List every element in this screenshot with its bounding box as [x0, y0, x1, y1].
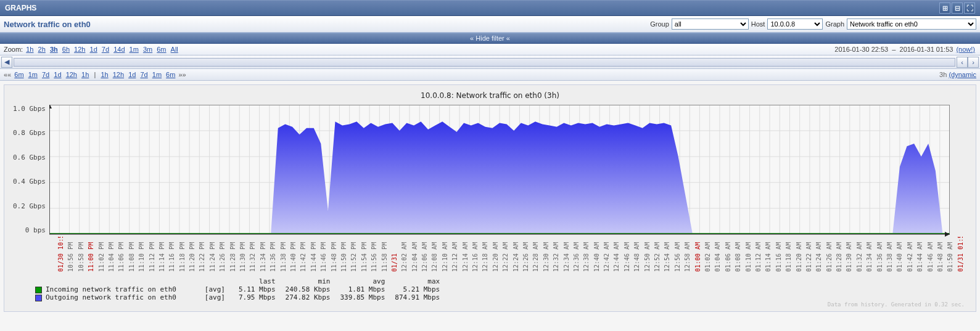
scroll-step-right-button[interactable]: › — [968, 57, 979, 68]
zoom-6m[interactable]: 6m — [157, 46, 166, 53]
time-range: 2016-01-30 22:53 – 2016-01-31 01:53 (now… — [834, 46, 976, 53]
move-right-7d[interactable]: 7d — [140, 71, 147, 78]
x-tick: 01:08 AM — [735, 237, 744, 274]
x-tick: 01:10 AM — [745, 237, 755, 274]
x-tick: 01:36 AM — [876, 237, 886, 274]
x-tick: 01:12 AM — [755, 237, 765, 274]
scroll-step-left-button[interactable]: ‹ — [957, 57, 968, 68]
zoom-3m[interactable]: 3m — [143, 46, 152, 53]
time-now-link[interactable]: (now!) — [956, 46, 975, 53]
window-fullscreen-icon[interactable]: ⛶ — [964, 2, 975, 14]
x-tick: 12:36 AM — [573, 237, 583, 274]
chart-legend: lastminavgmaxIncoming network traffic on… — [13, 277, 967, 301]
move-right-arrows: »» — [178, 71, 186, 78]
scroll-track[interactable] — [14, 58, 955, 67]
zoom-2h[interactable]: 2h — [38, 46, 46, 53]
move-left-7d[interactable]: 7d — [42, 71, 49, 78]
y-tick: 0.8 Gbps — [13, 129, 46, 137]
x-tick: 11:42 PM — [300, 237, 310, 274]
filter-controls: Group all Host 10.0.0.8 Graph Network tr… — [650, 18, 976, 30]
move-right-1d[interactable]: 1d — [128, 71, 136, 78]
x-tick: 01:00 AM — [694, 237, 704, 274]
x-tick: 12:52 AM — [654, 237, 664, 274]
move-left-1d[interactable]: 1d — [54, 71, 61, 78]
scroll-left-button[interactable]: ◀ — [1, 57, 12, 68]
zoom-1d[interactable]: 1d — [90, 46, 97, 53]
x-tick: 01:06 AM — [725, 237, 735, 274]
move-right-12h[interactable]: 12h — [113, 71, 124, 78]
x-tick: 11:02 PM — [98, 237, 108, 274]
x-tick: 01:42 AM — [907, 237, 916, 274]
y-tick: 0.2 Gbps — [13, 202, 46, 210]
zoom-All[interactable]: All — [171, 46, 178, 53]
x-tick: 11:32 PM — [249, 237, 259, 274]
move-left-arrows: «« — [4, 71, 11, 78]
zoom-12h[interactable]: 12h — [74, 46, 85, 53]
x-tick: 12:18 AM — [482, 237, 492, 274]
x-tick: 11:16 PM — [168, 237, 178, 274]
y-tick: 0.4 Gbps — [13, 178, 46, 186]
generation-note: Data from history. Generated in 0.32 sec… — [13, 301, 967, 308]
x-tick: 11:34 PM — [260, 237, 270, 274]
window-add-icon[interactable]: ⊞ — [939, 2, 950, 14]
y-tick: 0 bps — [25, 226, 46, 234]
graph-select[interactable]: Network traffic on eth0 — [847, 18, 976, 30]
x-tick: 12:34 AM — [563, 237, 573, 274]
x-tick: 11:52 PM — [350, 237, 360, 274]
chart-title: 10.0.0.8: Network traffic on eth0 (3h) — [13, 91, 967, 100]
x-tick: 11:18 PM — [179, 237, 189, 274]
x-tick: 01/31 — [391, 237, 401, 274]
x-tick: 11:30 PM — [239, 237, 249, 274]
window-collapse-icon[interactable]: ⊟ — [952, 2, 963, 14]
x-tick: 11:22 PM — [199, 237, 208, 274]
zoom-1h[interactable]: 1h — [26, 46, 33, 53]
move-right-1h[interactable]: 1h — [101, 71, 108, 78]
x-tick: 11:20 PM — [189, 237, 199, 274]
period-value: 3h — [939, 71, 947, 78]
zoom-bar: Zoom: 1h 2h 3h 6h 12h 1d 7d 14d 1m 3m 6m… — [0, 44, 980, 55]
x-tick: 11:54 PM — [361, 237, 371, 274]
x-tick: 12:08 AM — [431, 237, 441, 274]
dynamic-link[interactable]: (dynamic — [949, 71, 976, 78]
move-right-6m[interactable]: 6m — [166, 71, 175, 78]
x-tick: 12:38 AM — [583, 237, 593, 274]
x-tick: 11:46 PM — [320, 237, 330, 274]
x-tick: 12:50 AM — [644, 237, 654, 274]
x-axis: 01/30 10:53 PM10:56 PM10:58 PM11:00 PM11… — [13, 237, 967, 274]
x-tick: 12:48 AM — [633, 237, 643, 274]
move-right-1m[interactable]: 1m — [152, 71, 162, 78]
host-label: Host — [751, 20, 765, 28]
host-select[interactable]: 10.0.0.8 — [767, 18, 823, 30]
hide-filter-toggle[interactable]: « Hide filter « — [0, 33, 980, 44]
x-tick: 01:04 AM — [714, 237, 724, 274]
zoom-7d[interactable]: 7d — [102, 46, 109, 53]
move-left-12h[interactable]: 12h — [66, 71, 77, 78]
chart-plot[interactable] — [49, 105, 950, 237]
time-from: 2016-01-30 22:53 — [834, 46, 888, 53]
x-tick: 12:28 AM — [532, 237, 542, 274]
move-left-1h[interactable]: 1h — [81, 71, 89, 78]
x-tick: 12:30 AM — [543, 237, 553, 274]
x-tick: 01:20 AM — [796, 237, 805, 274]
x-tick: 01:16 AM — [775, 237, 785, 274]
group-select[interactable]: all — [672, 18, 749, 30]
page-title: Network traffic on eth0 — [4, 20, 91, 29]
x-tick: 01:30 AM — [846, 237, 855, 274]
x-tick: 12:20 AM — [492, 237, 502, 274]
zoom-14d[interactable]: 14d — [113, 46, 125, 53]
x-tick: 01:50 AM — [947, 237, 957, 274]
move-bar: «« 6m 1m 7d 1d 12h 1h | 1h 12h 1d 7d 1m … — [0, 69, 980, 81]
zoom-1m[interactable]: 1m — [130, 46, 139, 53]
x-tick: 11:04 PM — [108, 237, 118, 274]
zoom-6h[interactable]: 6h — [62, 46, 70, 53]
move-left-6m[interactable]: 6m — [14, 71, 23, 78]
zoom-3h[interactable]: 3h — [50, 46, 58, 53]
move-left-1m[interactable]: 1m — [28, 71, 38, 78]
timeline-scroll: ◀ ‹ › — [0, 55, 980, 69]
time-to: 2016-01-31 01:53 — [900, 46, 953, 53]
window-buttons: ⊞ ⊟ ⛶ — [939, 2, 975, 14]
legend-row: Incoming network traffic on eth0[avg]5.1… — [30, 285, 445, 293]
x-tick: 11:44 PM — [310, 237, 320, 274]
x-tick: 11:38 PM — [280, 237, 290, 274]
x-tick: 01:40 AM — [896, 237, 906, 274]
